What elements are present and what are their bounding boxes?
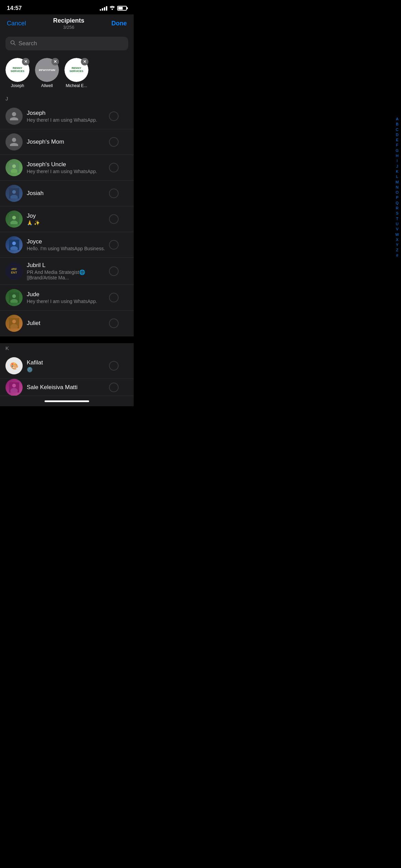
contact-info-sale: Sale Keleisiva Matti — [27, 384, 106, 391]
selected-recipients: RENNYSERVICES ✕ Joseph IRFWYIYFWM ✕ Allw… — [0, 55, 134, 94]
contact-avatar-joyce — [5, 236, 23, 253]
contact-item-josephsuncle[interactable]: Joseph's Uncle Hey there! I am using Wha… — [0, 155, 134, 181]
contact-info-joy: Joy 🙏 ✨ — [27, 213, 106, 226]
contact-info-josiah: Josiah — [27, 190, 106, 197]
contact-info-jubril: Jubril L PR And Media Strategist🌐 ||Bran… — [27, 262, 106, 280]
contact-avatar-juliet — [5, 315, 23, 332]
contact-list-k: 🎨 Kafilat 🌚 Sale Keleisiva Matti — [0, 353, 134, 396]
contact-item-josephsmom[interactable]: Joseph's Mom — [0, 129, 134, 155]
status-bar: 14:57 — [0, 0, 134, 14]
nav-bar: Cancel Recipients 3/256 Done — [0, 14, 134, 34]
contact-name-josephsuncle: Joseph's Uncle — [27, 161, 106, 168]
battery-icon — [117, 6, 127, 11]
recipient-label-joseph: Joseph — [11, 83, 24, 88]
contact-name-jubril: Jubril L — [27, 262, 106, 269]
wifi-icon — [109, 5, 115, 11]
contact-name-josiah: Josiah — [27, 190, 106, 197]
contact-status-joyce: Hello. I'm using WhatsApp Business. — [27, 246, 106, 251]
contact-avatar-joy — [5, 210, 23, 228]
contact-info-joyce: Joyce Hello. I'm using WhatsApp Business… — [27, 238, 106, 251]
remove-joseph-button[interactable]: ✕ — [22, 58, 29, 65]
svg-point-13 — [12, 241, 16, 245]
done-button[interactable]: Done — [111, 20, 127, 27]
recipient-chip-micheal[interactable]: RENNYSERVICES ✕ Micheal E... — [64, 58, 88, 88]
contact-status-josephsuncle: Hey there! I am using WhatsApp. — [27, 169, 106, 174]
contact-avatar-joseph — [5, 108, 23, 125]
signal-icon — [100, 6, 107, 11]
search-container: Search — [0, 34, 134, 55]
recipient-chip-allwell[interactable]: IRFWYIYFWM ✕ Allwell — [35, 58, 59, 88]
contact-checkbox-josiah[interactable] — [109, 189, 119, 198]
contact-checkbox-josephsuncle[interactable] — [109, 163, 119, 172]
contact-name-joyce: Joyce — [27, 238, 106, 245]
contact-name-joy: Joy — [27, 213, 106, 219]
svg-point-0 — [112, 9, 113, 10]
contact-item-sale[interactable]: Sale Keleisiva Matti — [0, 379, 134, 396]
contact-avatar-josiah — [5, 185, 23, 202]
contact-item-jubril[interactable]: 4RFENT Jubril L PR And Media Strategist🌐… — [0, 258, 134, 285]
contact-name-kafilat: Kafilat — [27, 359, 106, 366]
contact-status-joseph: Hey there! I am using WhatsApp. — [27, 117, 106, 123]
home-indicator — [0, 396, 134, 406]
contact-name-josephsmom: Joseph's Mom — [27, 138, 106, 145]
svg-point-22 — [12, 384, 16, 387]
nav-title: Recipients — [53, 17, 84, 24]
contact-info-josephsmom: Joseph's Mom — [27, 138, 106, 145]
contact-avatar-jubril: 4RFENT — [5, 263, 23, 280]
svg-point-10 — [12, 216, 16, 219]
contact-item-kafilat[interactable]: 🎨 Kafilat 🌚 — [0, 353, 134, 379]
contact-avatar-jude — [5, 289, 23, 306]
contact-item-joyce[interactable]: Joyce Hello. I'm using WhatsApp Business… — [0, 232, 134, 258]
svg-point-19 — [12, 320, 16, 323]
remove-micheal-button[interactable]: ✕ — [81, 58, 88, 65]
contact-item-joy[interactable]: Joy 🙏 ✨ — [0, 206, 134, 232]
search-placeholder: Search — [19, 40, 37, 47]
contact-item-joseph[interactable]: Joseph Hey there! I am using WhatsApp. — [0, 104, 134, 129]
contact-info-joseph: Joseph Hey there! I am using WhatsApp. — [27, 110, 106, 123]
contact-item-juliet[interactable]: Juliet — [0, 311, 134, 336]
contact-avatar-kafilat: 🎨 — [5, 357, 23, 374]
contact-item-jude[interactable]: Jude Hey there! I am using WhatsApp. — [0, 285, 134, 311]
contact-checkbox-joseph[interactable] — [109, 111, 119, 121]
contact-checkbox-sale[interactable] — [109, 383, 119, 392]
contact-list-j: Joseph Hey there! I am using WhatsApp. J… — [0, 104, 134, 336]
contact-checkbox-josephsmom[interactable] — [109, 137, 119, 147]
svg-line-2 — [14, 44, 15, 45]
svg-point-16 — [12, 294, 16, 298]
nav-subtitle: 3/256 — [53, 25, 84, 30]
contact-status-joy: 🙏 ✨ — [27, 220, 106, 226]
contact-status-jude: Hey there! I am using WhatsApp. — [27, 299, 106, 304]
home-bar — [45, 400, 89, 402]
svg-point-7 — [12, 190, 16, 194]
cancel-button[interactable]: Cancel — [7, 20, 26, 27]
status-time: 14:57 — [7, 5, 22, 12]
recipient-label-allwell: Allwell — [41, 83, 53, 88]
contact-name-juliet: Juliet — [27, 320, 106, 327]
contact-item-josiah[interactable]: Josiah — [0, 181, 134, 206]
contact-avatar-sale — [5, 379, 23, 396]
section-gap — [0, 336, 134, 343]
contact-name-jude: Jude — [27, 291, 106, 298]
remove-allwell-button[interactable]: ✕ — [51, 58, 59, 65]
search-bar[interactable]: Search — [5, 37, 128, 50]
contact-checkbox-joy[interactable] — [109, 214, 119, 224]
contact-checkbox-jude[interactable] — [109, 293, 119, 302]
contact-checkbox-jubril[interactable] — [109, 266, 119, 276]
section-header-j: J — [0, 94, 134, 104]
recipient-chip-joseph[interactable]: RENNYSERVICES ✕ Joseph — [5, 58, 29, 88]
recipient-label-micheal: Micheal E... — [66, 83, 87, 88]
contact-info-juliet: Juliet — [27, 320, 106, 327]
status-icons — [100, 5, 127, 11]
contact-checkbox-joyce[interactable] — [109, 240, 119, 250]
contact-avatar-josephsuncle — [5, 159, 23, 176]
svg-point-4 — [12, 164, 16, 168]
contact-name-sale: Sale Keleisiva Matti — [27, 384, 106, 391]
contact-info-jude: Jude Hey there! I am using WhatsApp. — [27, 291, 106, 304]
contact-info-josephsuncle: Joseph's Uncle Hey there! I am using Wha… — [27, 161, 106, 174]
contact-avatar-josephsmom — [5, 133, 23, 150]
contact-checkbox-kafilat[interactable] — [109, 361, 119, 371]
section-header-k: K — [0, 343, 134, 353]
contact-status-jubril: PR And Media Strategist🌐 ||Brand/Artiste… — [27, 269, 106, 280]
contact-checkbox-juliet[interactable] — [109, 318, 119, 328]
contact-status-kafilat: 🌚 — [27, 367, 106, 372]
